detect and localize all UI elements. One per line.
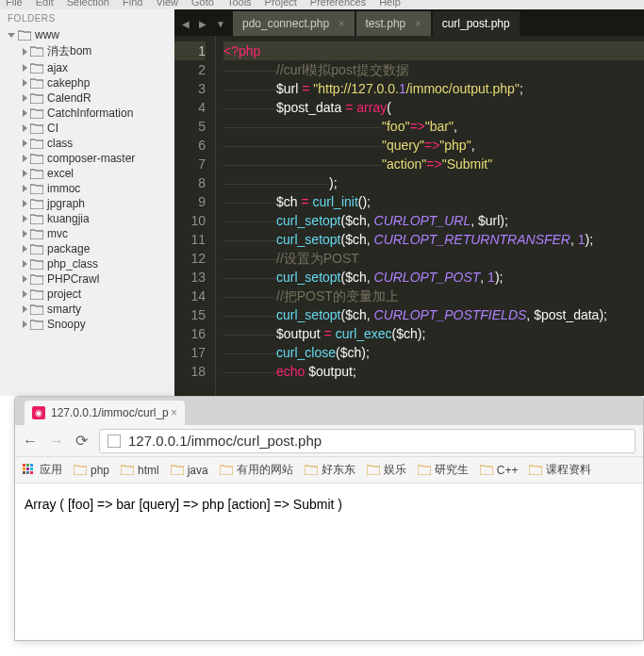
tree-item[interactable]: Snoopy	[0, 317, 174, 332]
menu-tools[interactable]: Tools	[227, 0, 252, 8]
tree-item[interactable]: CI	[0, 121, 174, 136]
browser-tab[interactable]: ◉ 127.0.0.1/immoc/curl_p ×	[25, 401, 185, 425]
tree-item[interactable]: immoc	[0, 181, 174, 196]
tree-item[interactable]: jpgraph	[0, 196, 174, 211]
tree-item[interactable]: cakephp	[0, 75, 174, 90]
editor-tab[interactable]: pdo_connect.php×	[233, 11, 355, 36]
bookmark-apps[interactable]: 应用	[23, 462, 62, 478]
tree-label: PHPCrawl	[47, 272, 99, 286]
code-line[interactable]: ————$url = "http://127.0.0.1/immoc/outpu…	[223, 79, 644, 98]
tree-item[interactable]: PHPCrawl	[0, 271, 174, 287]
code-lines[interactable]: <?php————//curl模拟post提交数据————$url = "htt…	[216, 36, 644, 396]
line-number: 9	[174, 192, 206, 211]
menu-help[interactable]: Help	[379, 0, 401, 8]
editor-tab[interactable]: curl_post.php	[433, 11, 520, 36]
bookmark-item[interactable]: java	[171, 462, 208, 478]
tree-item[interactable]: smarty	[0, 302, 174, 317]
tab-close-icon[interactable]: ×	[339, 18, 344, 29]
reload-button-icon[interactable]: ⟳	[75, 432, 88, 450]
tree-label: immoc	[47, 182, 80, 195]
menu-preferences[interactable]: Preferences	[310, 0, 366, 8]
code-line[interactable]: ————————————"query"=>"php",	[223, 136, 644, 155]
code-line[interactable]: ————————);	[223, 173, 644, 192]
menu-find[interactable]: Find	[123, 0, 142, 8]
menu-project[interactable]: Project	[265, 0, 297, 8]
forward-button-icon[interactable]: →	[49, 433, 64, 450]
bookmark-item[interactable]: 有用的网站	[220, 462, 293, 478]
code-line[interactable]: ————————————"action"=>"Submit"	[223, 155, 644, 173]
code-line[interactable]: ————$ch = curl_init();	[223, 192, 644, 211]
chevron-right-icon	[23, 139, 27, 147]
tree-label: CI	[47, 122, 58, 135]
code-line[interactable]: ————$post_data = array(	[223, 98, 644, 117]
folder-icon	[30, 259, 43, 270]
line-number: 14	[174, 287, 206, 305]
tree-item[interactable]: excel	[0, 166, 174, 181]
code-line[interactable]: ————curl_setopt($ch, CURLOPT_POSTFIELDS,…	[223, 305, 644, 324]
browser-tab-close-icon[interactable]: ×	[171, 406, 177, 419]
menu-goto[interactable]: Goto	[191, 0, 214, 8]
editor-tab[interactable]: test.php×	[356, 11, 431, 36]
menu-edit[interactable]: Edit	[36, 0, 54, 8]
line-number: 11	[174, 230, 206, 249]
line-number: 6	[174, 136, 206, 155]
tree-item[interactable]: mvc	[0, 226, 174, 241]
tab-nav-right-icon[interactable]: ▶	[199, 19, 210, 30]
tree-item[interactable]: php_class	[0, 256, 174, 271]
code-line[interactable]: ————curl_setopt($ch, CURLOPT_RETURNTRANS…	[223, 230, 644, 249]
code-line[interactable]: ————curl_close($ch);	[223, 343, 644, 362]
bookmark-label: java	[188, 464, 208, 477]
tree-item[interactable]: package	[0, 241, 174, 256]
bookmark-label: 研究生	[435, 462, 469, 478]
tree-item[interactable]: composer-master	[0, 151, 174, 166]
tree-item[interactable]: CatchInformation	[0, 106, 174, 121]
code-line[interactable]: ————echo $output;	[223, 362, 644, 381]
code-line[interactable]: <?php	[223, 41, 644, 60]
folder-tree[interactable]: www消去bomajaxcakephpCalendRCatchInformati…	[0, 27, 174, 332]
code-line[interactable]: ————curl_setopt($ch, CURLOPT_POST, 1);	[223, 268, 644, 287]
menu-view[interactable]: View	[156, 0, 178, 8]
tab-close-icon[interactable]: ×	[415, 18, 421, 29]
tree-item[interactable]: kuangjia	[0, 211, 174, 226]
bookmark-item[interactable]: C++	[480, 462, 519, 478]
tab-nav-left-icon[interactable]: ◀	[182, 19, 193, 30]
bookmark-item[interactable]: html	[121, 462, 159, 478]
tree-item[interactable]: project	[0, 287, 174, 302]
line-number: 2	[174, 60, 206, 79]
code-line[interactable]: ————curl_setopt($ch, CURLOPT_URL, $url);	[223, 211, 644, 230]
folder-icon	[30, 199, 43, 209]
bookmark-item[interactable]: 娱乐	[367, 462, 406, 478]
code-line[interactable]: ————//把POST的变量加上	[223, 287, 644, 305]
bookmark-item[interactable]: 课程资料	[529, 462, 591, 478]
menu-file[interactable]: File	[6, 0, 23, 8]
folder-icon	[30, 169, 43, 179]
code-editor[interactable]: 123456789101112131415161718 <?php————//c…	[174, 36, 644, 396]
browser-tab-strip: ◉ 127.0.0.1/immoc/curl_p ×	[15, 397, 643, 425]
address-bar[interactable]: 127.0.0.1/immoc/curl_post.php	[99, 429, 636, 453]
tree-label: 消去bom	[47, 43, 91, 59]
folder-icon	[30, 46, 43, 57]
bookmark-label: 课程资料	[546, 462, 591, 478]
bookmark-item[interactable]: php	[74, 462, 109, 478]
tree-item[interactable]: class	[0, 136, 174, 151]
chevron-right-icon	[23, 124, 27, 132]
tree-item[interactable]: 消去bom	[0, 42, 174, 60]
tree-item[interactable]: CalendR	[0, 90, 174, 106]
code-line[interactable]: ————//curl模拟post提交数据	[223, 60, 644, 79]
back-button-icon[interactable]: ←	[23, 433, 38, 450]
bookmark-item[interactable]: 研究生	[418, 462, 469, 478]
line-gutter: 123456789101112131415161718	[174, 36, 216, 396]
code-line[interactable]: ————$output = curl_exec($ch);	[223, 324, 644, 343]
chevron-right-icon	[23, 305, 27, 313]
app-menubar[interactable]: File Edit Selection Find View Goto Tools…	[0, 0, 644, 9]
tree-item[interactable]: ajax	[0, 60, 174, 75]
code-line[interactable]: ————————————"foo"=>"bar",	[223, 117, 644, 136]
bookmark-item[interactable]: 好东东	[305, 462, 355, 478]
tab-nav-down-icon[interactable]: ▼	[216, 19, 227, 30]
folder-icon	[30, 154, 43, 164]
menu-selection[interactable]: Selection	[67, 0, 109, 8]
tree-label: jpgraph	[47, 197, 85, 210]
chevron-right-icon	[23, 275, 27, 283]
code-line[interactable]: ————//设置为POST	[223, 249, 644, 268]
tree-root[interactable]: www	[0, 27, 174, 42]
